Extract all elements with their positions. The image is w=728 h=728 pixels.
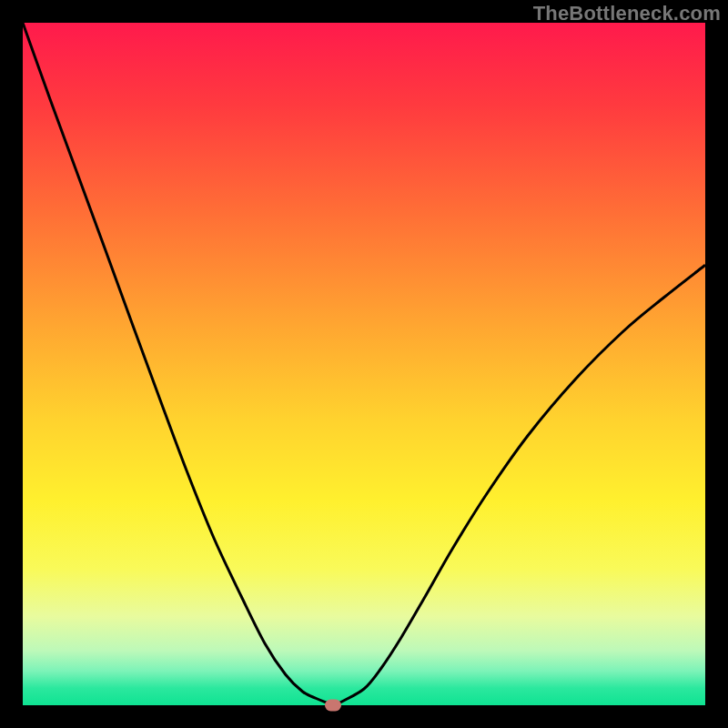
curve-layer [23, 23, 705, 705]
bottleneck-curve [23, 23, 705, 705]
optimum-marker [325, 700, 341, 712]
chart-frame [23, 23, 705, 705]
watermark-text: TheBottleneck.com [533, 2, 721, 25]
